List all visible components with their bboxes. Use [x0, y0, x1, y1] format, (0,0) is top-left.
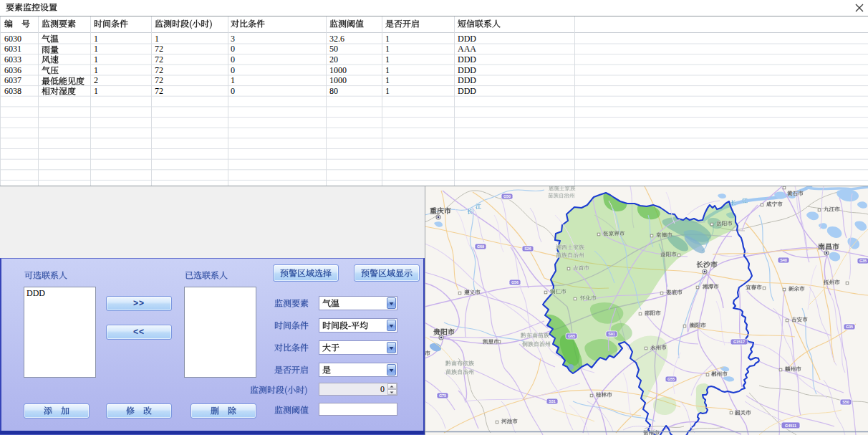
svg-text:G75: G75	[439, 393, 446, 398]
svg-text:G35: G35	[859, 259, 867, 263]
svg-text:G1517: G1517	[733, 340, 745, 344]
svg-text:S26: S26	[524, 247, 531, 251]
svg-text:G65: G65	[568, 334, 575, 338]
svg-text:G4511: G4511	[785, 424, 796, 428]
svg-text:S31: S31	[549, 399, 556, 403]
svg-text:G35: G35	[846, 325, 853, 329]
svg-text:G69: G69	[477, 244, 484, 249]
svg-text:S40: S40	[780, 258, 787, 262]
svg-text:G55: G55	[667, 377, 675, 381]
svg-text:S91: S91	[608, 332, 615, 336]
svg-text:S50: S50	[842, 400, 849, 404]
svg-text:G50: G50	[503, 194, 511, 199]
svg-text:G56: G56	[511, 280, 519, 285]
